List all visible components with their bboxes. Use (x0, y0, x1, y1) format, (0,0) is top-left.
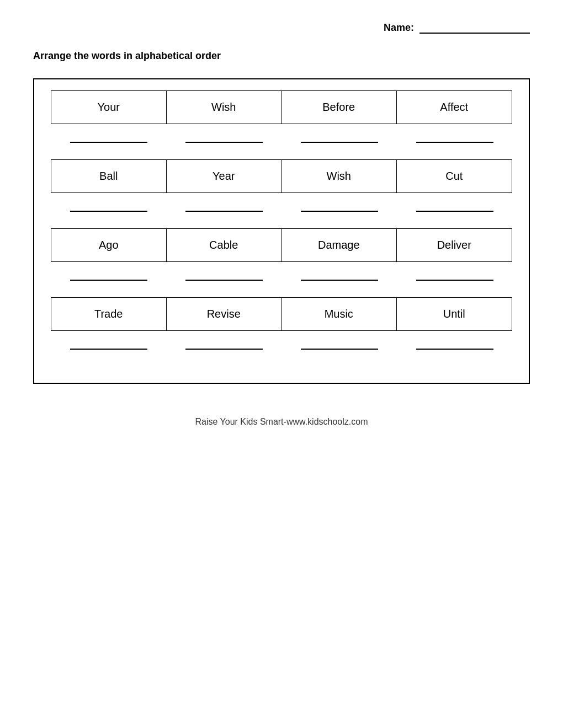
word-cell-1-2: Wish (167, 91, 282, 124)
answer-cell-1-1 (51, 130, 166, 143)
word-cell-3-3: Damage (282, 229, 397, 261)
answer-line-4-1[interactable] (70, 336, 147, 350)
name-label: Name: (384, 22, 414, 33)
word-cell-1-3: Before (282, 91, 397, 124)
name-underline[interactable] (419, 33, 530, 34)
answer-line-2-2[interactable] (185, 199, 263, 212)
answer-cell-2-1 (51, 199, 166, 212)
main-box: Your Wish Before Affect (33, 78, 530, 384)
word-row-1: Your Wish Before Affect (51, 90, 512, 124)
answer-line-1-1[interactable] (70, 130, 147, 143)
word-row-4: Trade Revise Music Until (51, 297, 512, 331)
answer-row-3 (51, 262, 512, 292)
word-cell-1-1: Your (51, 91, 167, 124)
word-cell-2-3: Wish (282, 160, 397, 192)
answer-line-1-2[interactable] (185, 130, 263, 143)
answer-line-2-1[interactable] (70, 199, 147, 212)
word-cell-3-4: Deliver (397, 229, 512, 261)
answer-line-4-4[interactable] (416, 336, 493, 350)
answer-row-1 (51, 124, 512, 154)
answer-line-3-1[interactable] (70, 267, 147, 281)
answer-row-2 (51, 193, 512, 223)
word-cell-4-1: Trade (51, 298, 167, 330)
word-cell-3-2: Cable (167, 229, 282, 261)
word-cell-4-2: Revise (167, 298, 282, 330)
word-row-2: Ball Year Wish Cut (51, 159, 512, 193)
word-group-4: Trade Revise Music Until (51, 297, 512, 361)
word-row-3: Ago Cable Damage Deliver (51, 228, 512, 262)
answer-cell-1-4 (397, 130, 512, 143)
word-cell-4-4: Until (397, 298, 512, 330)
answer-cell-4-1 (51, 336, 166, 350)
answer-line-3-4[interactable] (416, 267, 493, 281)
answer-cell-2-4 (397, 199, 512, 212)
answer-cell-3-3 (282, 267, 397, 281)
answer-cell-4-4 (397, 336, 512, 350)
answer-cell-2-2 (166, 199, 282, 212)
answer-line-4-2[interactable] (185, 336, 263, 350)
answer-line-2-3[interactable] (301, 199, 378, 212)
answer-cell-3-4 (397, 267, 512, 281)
answer-cell-4-2 (166, 336, 282, 350)
footer-text: Raise Your Kids Smart-www.kidschoolz.com (33, 417, 530, 427)
word-group-1: Your Wish Before Affect (51, 90, 512, 154)
word-cell-2-1: Ball (51, 160, 167, 192)
word-cell-1-4: Affect (397, 91, 512, 124)
answer-row-4 (51, 331, 512, 361)
name-field-row: Name: (33, 22, 530, 34)
word-cell-4-3: Music (282, 298, 397, 330)
answer-line-4-3[interactable] (301, 336, 378, 350)
word-cell-2-2: Year (167, 160, 282, 192)
answer-cell-4-3 (282, 336, 397, 350)
answer-line-2-4[interactable] (416, 199, 493, 212)
instruction-text: Arrange the words in alphabetical order (33, 50, 530, 62)
answer-line-1-4[interactable] (416, 130, 493, 143)
answer-cell-2-3 (282, 199, 397, 212)
answer-cell-3-2 (166, 267, 282, 281)
word-group-3: Ago Cable Damage Deliver (51, 228, 512, 292)
word-cell-2-4: Cut (397, 160, 512, 192)
answer-line-3-3[interactable] (301, 267, 378, 281)
page: Name: Arrange the words in alphabetical … (0, 0, 563, 728)
answer-cell-1-2 (166, 130, 282, 143)
answer-line-1-3[interactable] (301, 130, 378, 143)
word-group-2: Ball Year Wish Cut (51, 159, 512, 223)
word-cell-3-1: Ago (51, 229, 167, 261)
answer-cell-3-1 (51, 267, 166, 281)
answer-line-3-2[interactable] (185, 267, 263, 281)
answer-cell-1-3 (282, 130, 397, 143)
